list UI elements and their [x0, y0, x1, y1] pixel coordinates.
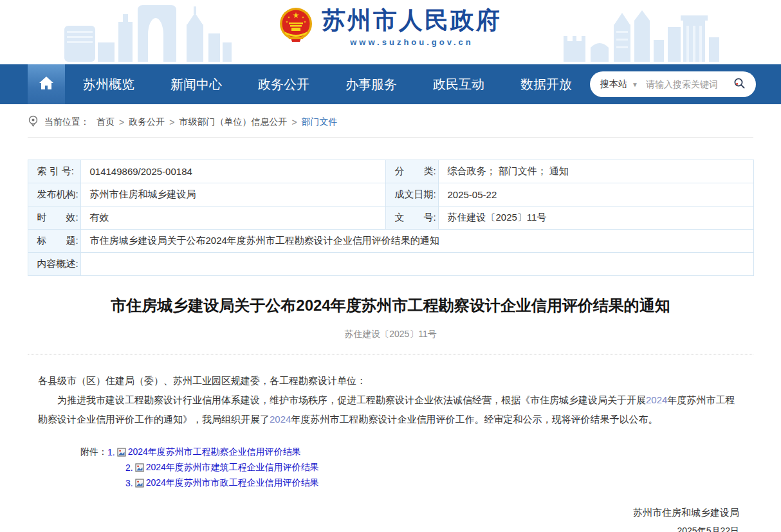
attachment-file-icon	[135, 463, 144, 472]
paragraph-text: 年度苏州市工程勘察设计企业信用评价工作。经审定和公示，现将评价结果予以公布。	[291, 414, 657, 425]
attachment-link-construction[interactable]: 2024年度苏州市建筑工程企业信用评价结果	[134, 462, 319, 473]
list-item: 3. 2024年度苏州市市政工程企业信用评价结果	[80, 475, 753, 491]
attachment-link-label: 2024年度苏州市建筑工程企业信用评价结果	[146, 462, 319, 473]
document-meta-table: 索 引 号: 014149869/2025-00184 分 类: 综合政务； 部…	[28, 160, 754, 276]
nav-item-interact[interactable]: 政民互动	[433, 76, 484, 93]
site-header: 苏州市人民政府 www.suzhou.gov.cn	[0, 0, 781, 64]
meta-value-summary	[80, 253, 753, 276]
meta-value-category: 综合政务； 部门文件； 通知	[438, 160, 753, 183]
meta-value-index: 014149869/2025-00184	[80, 160, 385, 183]
meta-label-date: 成文日期:	[385, 183, 438, 206]
signature-org: 苏州市住房和城乡建设局	[28, 504, 739, 522]
meta-label-title: 标 题:	[28, 230, 80, 253]
attachments-label: 附件：	[80, 446, 107, 458]
site-brand: 苏州市人民政府 www.suzhou.gov.cn	[279, 5, 502, 47]
table-row: 标 题: 市住房城乡建设局关于公布2024年度苏州市工程勘察设计企业信用评价结果…	[28, 230, 753, 253]
attachment-link-label: 2024年度苏州市工程勘察企业信用评价结果	[128, 446, 301, 458]
table-row: 内容概述:	[28, 253, 753, 276]
location-pin-icon	[28, 115, 39, 129]
list-item: 附件： 1. 2024年度苏州市工程勘察企业信用评价结果	[80, 445, 753, 460]
page-title: 市住房城乡建设局关于公布2024年度苏州市工程勘察设计企业信用评价结果的通知	[28, 295, 753, 316]
breadcrumb-separator: >	[169, 117, 174, 127]
paragraph-text: 为推进我市建设工程勘察设计行业信用体系建设，维护市场秩序，促进工程勘察设计企业依…	[57, 394, 646, 405]
nav-item-overview[interactable]: 苏州概览	[83, 76, 134, 93]
body-paragraph: 为推进我市建设工程勘察设计行业信用体系建设，维护市场秩序，促进工程勘察设计企业依…	[28, 390, 753, 429]
breadcrumb-dept-disclosure[interactable]: 市级部门（单位）信息公开	[179, 116, 287, 128]
nav-item-services[interactable]: 办事服务	[345, 76, 397, 93]
meta-label-index: 索 引 号:	[28, 160, 80, 183]
attachment-number: 1.	[107, 447, 115, 457]
divider	[28, 354, 753, 354]
document-body: 各县级市（区）住建局（委）、苏州工业园区规建委，各工程勘察设计单位： 为推进我市…	[28, 371, 753, 429]
attachment-link-survey[interactable]: 2024年度苏州市工程勘察企业信用评价结果	[116, 446, 301, 458]
site-title: 苏州市人民政府	[322, 5, 502, 36]
meta-label-category: 分 类:	[385, 160, 438, 183]
nav-item-gov-info[interactable]: 政务公开	[258, 76, 309, 93]
highlighted-keyword: 2024	[646, 394, 667, 405]
meta-value-title: 市住房城乡建设局关于公布2024年度苏州市工程勘察设计企业信用评价结果的通知	[80, 230, 753, 253]
breadcrumb-gov-info[interactable]: 政务公开	[129, 116, 165, 128]
meta-value-date: 2025-05-22	[438, 183, 753, 206]
salutation: 各县级市（区）住建局（委）、苏州工业园区规建委，各工程勘察设计单位：	[28, 371, 753, 390]
attachment-file-icon	[117, 448, 126, 457]
chevron-down-icon[interactable]: ▼	[632, 81, 638, 88]
main-nav: 苏州概览 新闻中心 政务公开 办事服务 政民互动 数据开放 搜本站 ▼	[0, 64, 781, 104]
breadcrumb-separator: >	[119, 117, 124, 127]
document-number: 苏住建设〔2025〕11号	[0, 329, 781, 340]
attachment-number: 2.	[125, 463, 133, 473]
table-row: 时 效: 有效 文 号: 苏住建设〔2025〕11号	[28, 206, 753, 230]
nav-home-button[interactable]	[28, 64, 65, 104]
site-url: www.suzhou.gov.cn	[350, 37, 473, 47]
signature-block: 苏州市住房和城乡建设局 2025年5月22日	[28, 504, 753, 532]
nav-item-open-data[interactable]: 数据开放	[520, 76, 572, 93]
home-icon	[38, 75, 55, 93]
attachment-number: 3.	[125, 478, 133, 488]
attachment-link-label: 2024年度苏州市市政工程企业信用评价结果	[146, 477, 319, 489]
search-scope-selector[interactable]: 搜本站	[600, 78, 627, 90]
table-row: 发布机构: 苏州市住房和城乡建设局 成文日期: 2025-05-22	[28, 183, 753, 206]
search-icon	[733, 77, 746, 92]
breadcrumb-label: 当前位置：	[44, 116, 89, 128]
attachments-section: 附件： 1. 2024年度苏州市工程勘察企业信用评价结果 2.	[28, 445, 753, 491]
meta-label-summary: 内容概述:	[28, 253, 80, 276]
attachment-link-municipal[interactable]: 2024年度苏州市市政工程企业信用评价结果	[134, 477, 319, 489]
skyline-right-decoration	[564, 5, 724, 64]
breadcrumb-separator: >	[291, 117, 297, 127]
meta-value-validity: 有效	[80, 206, 385, 230]
meta-value-doc-no: 苏住建设〔2025〕11号	[438, 206, 753, 230]
breadcrumb-home[interactable]: 首页	[96, 116, 115, 128]
skyline-left-decoration	[64, 5, 232, 64]
meta-value-issuer: 苏州市住房和城乡建设局	[80, 183, 385, 206]
attachment-file-icon	[135, 479, 144, 488]
table-row: 索 引 号: 014149869/2025-00184 分 类: 综合政务； 部…	[28, 160, 753, 183]
breadcrumb-dept-files[interactable]: 部门文件	[302, 116, 338, 128]
meta-label-issuer: 发布机构:	[28, 183, 80, 206]
search-input[interactable]	[645, 78, 733, 90]
meta-label-validity: 时 效:	[28, 206, 80, 230]
list-item: 2. 2024年度苏州市建筑工程企业信用评价结果	[80, 460, 753, 475]
meta-label-doc-no: 文 号:	[385, 206, 438, 230]
national-emblem-icon	[279, 7, 313, 46]
site-search: 搜本站 ▼	[590, 71, 756, 97]
breadcrumb: 当前位置： 首页 > 政务公开 > 市级部门（单位）信息公开 > 部门文件	[28, 104, 753, 138]
nav-item-news[interactable]: 新闻中心	[170, 76, 222, 93]
signature-date: 2025年5月22日	[28, 522, 739, 532]
highlighted-keyword: 2024	[270, 414, 291, 425]
search-button[interactable]	[733, 77, 746, 92]
